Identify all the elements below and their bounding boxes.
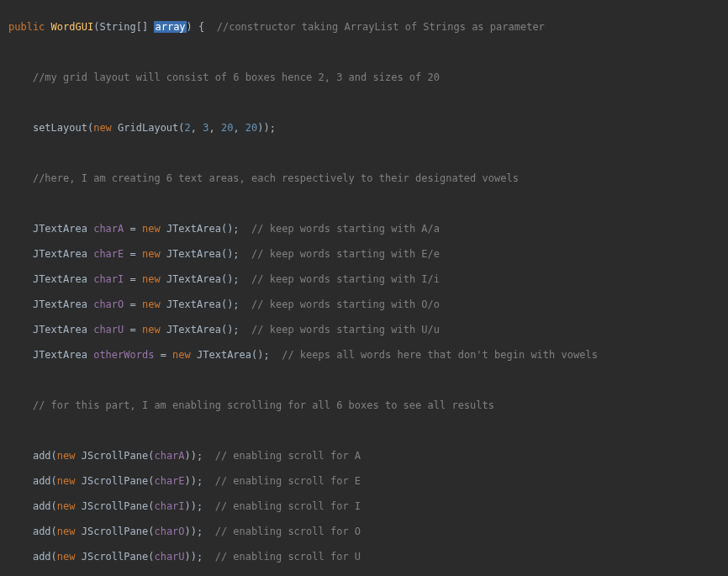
constructor-name: WordGUI: [51, 21, 94, 33]
keyword: new: [93, 122, 118, 134]
variable: charU: [93, 324, 124, 336]
comment: //my grid layout will consist of 6 boxes…: [33, 71, 440, 83]
type: JTextArea: [33, 349, 87, 361]
op: =: [154, 349, 172, 361]
comment: // enabling scroll for E: [215, 475, 361, 487]
keyword: new: [57, 500, 82, 512]
op: =: [124, 248, 142, 260]
variable: otherWords: [93, 349, 154, 361]
code-editor[interactable]: public WordGUI(String[] array) { //const…: [0, 0, 728, 576]
method-call: add(: [33, 475, 57, 487]
keyword: new: [172, 349, 197, 361]
method-call: add(: [33, 526, 57, 537]
comment: // keep words starting with E/e: [251, 248, 440, 260]
type: JTextArea: [33, 248, 87, 260]
class-name: JTextArea: [166, 248, 221, 260]
op: =: [124, 324, 142, 336]
comment: // keep words starting with A/a: [251, 223, 440, 235]
variable: charE: [154, 475, 184, 487]
keyword: public: [8, 21, 45, 33]
keyword: new: [142, 324, 166, 336]
keyword: new: [57, 526, 82, 537]
class-name: JTextArea: [166, 273, 221, 285]
type: JTextArea: [33, 223, 87, 235]
comment: //here, I am creating 6 text areas, each…: [33, 172, 519, 184]
comment: // enabling scroll for U: [215, 551, 361, 563]
keyword: new: [142, 223, 166, 235]
class-name: JScrollPane: [82, 475, 148, 487]
comment: // keep words starting with U/u: [251, 324, 440, 336]
class-name: JScrollPane: [82, 500, 148, 512]
comment: //constructor taking ArrayList of String…: [217, 21, 545, 33]
variable: charO: [93, 299, 124, 310]
keyword: new: [57, 450, 82, 462]
variable: charA: [93, 223, 124, 235]
comment: // keep words starting with O/o: [251, 299, 440, 310]
comment: // enabling scroll for I: [215, 500, 361, 512]
type: JTextArea: [33, 299, 87, 310]
method-call: add(: [33, 500, 57, 512]
comment: // enabling scroll for A: [215, 450, 361, 462]
keyword: new: [57, 551, 82, 563]
keyword: new: [142, 273, 166, 285]
op: =: [124, 299, 142, 310]
number: 2: [185, 122, 191, 134]
variable: charI: [154, 500, 184, 512]
variable: charA: [154, 450, 184, 462]
method-call: add(: [33, 450, 57, 462]
type: JTextArea: [33, 324, 87, 336]
class-name: JTextArea: [166, 299, 221, 310]
op: =: [124, 273, 142, 285]
type: JTextArea: [33, 273, 87, 285]
variable: charE: [93, 248, 124, 260]
class-name: JTextArea: [166, 223, 221, 235]
class-name: JScrollPane: [82, 526, 148, 537]
class-name: GridLayout: [118, 122, 178, 134]
comment: // keep words starting with I/i: [251, 273, 440, 285]
param-highlighted: array: [154, 21, 186, 33]
keyword: new: [142, 248, 166, 260]
keyword: new: [57, 475, 82, 487]
variable: charI: [93, 273, 124, 285]
keyword: new: [142, 299, 166, 310]
method-call: add(: [33, 551, 57, 563]
op: =: [124, 223, 142, 235]
number: 3: [203, 122, 208, 134]
variable: charU: [154, 551, 184, 563]
variable: charO: [154, 526, 184, 537]
class-name: JTextArea: [197, 349, 251, 361]
method-call: setLayout(: [33, 122, 93, 134]
class-name: JTextArea: [166, 324, 221, 336]
comment: // enabling scroll for O: [215, 526, 361, 537]
class-name: JScrollPane: [82, 551, 148, 563]
comment: // for this part, I am enabling scrollin…: [33, 399, 494, 411]
number: 20: [221, 122, 233, 134]
type: String: [99, 21, 135, 33]
comment: // keeps all words here that don't begin…: [282, 349, 598, 361]
number: 20: [245, 122, 257, 134]
class-name: JScrollPane: [82, 450, 148, 462]
